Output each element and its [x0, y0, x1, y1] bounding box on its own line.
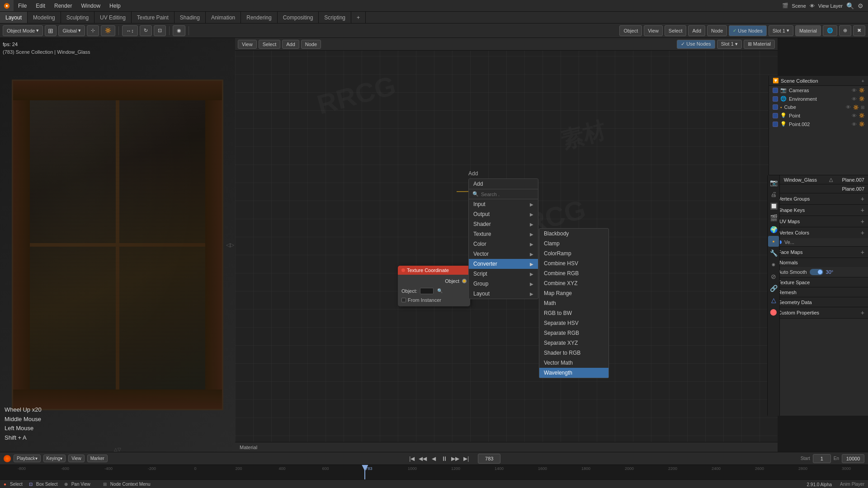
global-selector[interactable]: Global▾ — [58, 25, 85, 36]
uv-add-btn[interactable]: + — [861, 218, 864, 225]
jump-end-btn[interactable]: ▶| — [462, 454, 471, 463]
sc-add-btn[interactable]: + — [862, 78, 864, 84]
conv-map-range[interactable]: Map Range — [539, 288, 609, 298]
conv-combine-xyz[interactable]: Combine XYZ — [539, 278, 609, 288]
tab-scripting[interactable]: Scripting — [319, 12, 351, 23]
tab-rendering[interactable]: Rendering — [241, 12, 277, 23]
conv-math[interactable]: Math — [539, 298, 609, 308]
uv-maps-header[interactable]: ▼ UV Maps + — [769, 216, 868, 227]
prop-render-icon[interactable]: 📷 — [768, 177, 779, 188]
transform-tools[interactable]: ↔↕ — [122, 25, 138, 36]
conv-vector-math[interactable]: Vector Math — [539, 358, 609, 368]
tab-add[interactable]: + — [351, 12, 366, 23]
prop-physics-icon[interactable]: ⊘ — [768, 271, 779, 282]
marker-btn[interactable]: Marker — [87, 455, 108, 462]
menu-edit[interactable]: Edit — [31, 0, 50, 11]
sc-cube-checkbox[interactable] — [773, 104, 778, 110]
start-frame-input[interactable]: 1 — [813, 454, 831, 463]
tab-texture-paint[interactable]: Texture Paint — [132, 12, 175, 23]
node-collapse-dot[interactable] — [401, 268, 405, 272]
ne-select-tab[interactable]: Select — [259, 40, 281, 49]
output-socket[interactable] — [462, 279, 467, 283]
ne-node-tab[interactable]: Node — [301, 40, 321, 49]
tab-uv-editing[interactable]: UV Editing — [94, 12, 132, 23]
cameras-render[interactable]: 🔆 — [859, 88, 864, 93]
ne-select-btn[interactable]: Select — [665, 25, 687, 36]
remesh-header[interactable]: ▶ Remesh — [769, 287, 868, 297]
ne-use-nodes[interactable]: ✓ Use Nodes — [677, 40, 715, 49]
env-eye[interactable]: 👁 — [852, 96, 857, 102]
prop-material-icon[interactable]: ⬤ — [768, 306, 779, 317]
menu-output[interactable]: Output ▶ — [469, 209, 538, 219]
timeline-icon[interactable] — [4, 455, 11, 462]
timeline-scrubber[interactable]: -800 -600 -400 -200 0 200 400 600 783 10… — [0, 465, 868, 479]
conv-shader-to-rgb[interactable]: Shader to RGB — [539, 348, 609, 358]
point-render[interactable]: 🔆 — [859, 113, 864, 118]
conv-clamp[interactable]: Clamp — [539, 239, 609, 249]
shading-solid[interactable]: ◉ — [173, 25, 185, 36]
conv-separate-rgb[interactable]: Separate RGB — [539, 328, 609, 338]
sk-add-btn[interactable]: + — [861, 206, 864, 214]
menu-help[interactable]: Help — [105, 0, 125, 11]
vertex-groups-header[interactable]: ▶ Vertex Groups + — [769, 193, 868, 204]
menu-vector[interactable]: Vector ▶ — [469, 249, 538, 259]
eyedropper-icon[interactable]: 🔍 — [436, 287, 443, 295]
tab-layout[interactable]: Layout — [0, 12, 28, 23]
view-tl-btn[interactable]: View — [68, 455, 85, 462]
conv-combine-rgb[interactable]: Combine RGB — [539, 268, 609, 278]
menu-input[interactable]: Input ▶ — [469, 199, 538, 209]
tab-animation[interactable]: Animation — [206, 12, 241, 23]
view-layer-selector[interactable]: 👁 — [810, 3, 815, 9]
conv-separate-xyz[interactable]: Separate XYZ — [539, 338, 609, 348]
cube-extra[interactable]: ⊞ — [861, 105, 864, 110]
tab-modeling[interactable]: Modeling — [28, 12, 61, 23]
viewport-split-arrows[interactable]: ◁▷ — [226, 242, 234, 248]
prop-view-layer-icon[interactable]: 🔲 — [768, 201, 779, 211]
blender-logo[interactable] — [0, 0, 14, 11]
search-input[interactable] — [481, 192, 534, 197]
search-global[interactable]: 🔍 — [846, 2, 854, 9]
prop-scene-icon[interactable]: 🎬 — [768, 212, 779, 223]
current-frame-input[interactable]: 783 — [478, 454, 500, 464]
play-reverse-btn[interactable]: ◀ — [429, 454, 438, 463]
menu-window[interactable]: Window — [76, 0, 105, 11]
sc-point-checkbox[interactable] — [773, 113, 778, 118]
menu-converter[interactable]: Converter ▶ — [469, 259, 538, 269]
fm-add-btn[interactable]: + — [861, 249, 864, 256]
sc-cube[interactable]: ▪ Cube 👁 🔆 ⊞ — [769, 103, 868, 111]
node-texture-coordinate[interactable]: Texture Coordinate Object Object: 🔍 Fro — [398, 266, 470, 306]
sc-env-checkbox[interactable] — [773, 96, 778, 102]
sc-point[interactable]: 💡 Point 👁 🔆 — [769, 111, 868, 120]
prop-world-icon[interactable]: 🌍 — [768, 224, 779, 235]
end-frame-input[interactable]: 10000 — [842, 454, 864, 463]
delete-icon[interactable]: ✖ — [853, 25, 865, 36]
sc-cameras[interactable]: 📷 Cameras 👁 🔆 — [769, 86, 868, 94]
mode-selector[interactable]: Object Mode ▾ — [3, 25, 43, 36]
material-selector[interactable]: Material — [795, 25, 821, 36]
conv-rgb-to-bw[interactable]: RGB to BW — [539, 308, 609, 318]
scale-tool[interactable]: ⊡ — [154, 25, 166, 36]
cp-header[interactable]: ▶ Custom Properties + — [769, 307, 868, 318]
rotate-tool[interactable]: ↻ — [140, 25, 152, 36]
point002-render[interactable]: 🔆 — [859, 122, 864, 127]
viewport-3d[interactable]: fps: 24 (783) Scene Collection | Window_… — [0, 38, 235, 452]
menu-render[interactable]: Render — [50, 0, 76, 11]
use-nodes-btn[interactable]: ✓ Use Nodes — [729, 25, 766, 36]
sc-point002-checkbox[interactable] — [773, 122, 778, 127]
keying-btn[interactable]: Keying▾ — [43, 455, 66, 462]
menu-file[interactable]: File — [14, 0, 31, 11]
scene-selector[interactable]: 🎬 — [782, 3, 788, 9]
tab-compositing[interactable]: Compositing — [278, 12, 319, 23]
conv-blackbody[interactable]: Blackbody — [539, 229, 609, 239]
cameras-eye[interactable]: 👁 — [852, 88, 857, 93]
next-keyframe-btn[interactable]: ▶▶ — [451, 454, 460, 463]
menu-texture[interactable]: Texture ▶ — [469, 229, 538, 239]
ne-object-btn[interactable]: Object — [619, 25, 642, 36]
ne-add-btn[interactable]: Add — [688, 25, 705, 36]
render-preview-icon[interactable]: 🌐 — [823, 25, 837, 36]
slot-selector[interactable]: Slot 1▾ — [769, 25, 793, 36]
prop-particles-icon[interactable]: ⁕ — [768, 259, 779, 270]
tab-sculpting[interactable]: Sculpting — [61, 12, 94, 23]
point002-eye[interactable]: 👁 — [852, 122, 857, 127]
ne-add-tab[interactable]: Add — [282, 40, 299, 49]
